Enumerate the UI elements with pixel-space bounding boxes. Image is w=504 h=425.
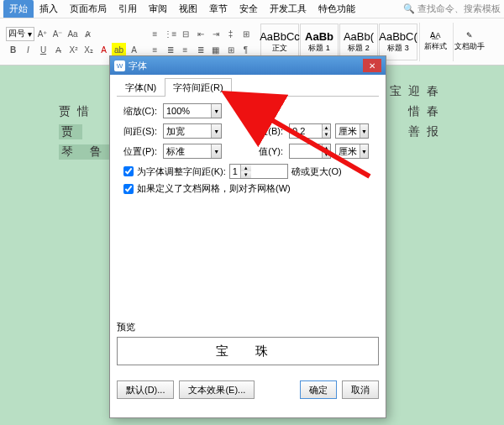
kerning-checkbox[interactable] (123, 166, 134, 176)
chevron-down-icon[interactable]: ▼ (211, 124, 221, 138)
unit2-input[interactable] (336, 144, 360, 158)
kerning-suffix: 磅或更大(O) (291, 165, 342, 178)
tab-view[interactable]: 视图 (173, 0, 203, 18)
bold-icon[interactable]: B (6, 43, 20, 57)
style-gallery: AaBbCc正文 AaBb标题 1 AaBb(标题 2 AaBbC(标题 3 (260, 24, 417, 60)
align-right-icon[interactable]: ≡ (178, 43, 192, 57)
menubar: 开始 插入 页面布局 引用 审阅 视图 章节 安全 开发工具 特色功能 🔍 查找… (0, 0, 504, 18)
linespacing-icon[interactable]: ‡ (223, 27, 238, 41)
strike-icon[interactable]: A̶ (51, 43, 66, 57)
style-normal[interactable]: AaBbCc正文 (260, 24, 299, 60)
dialog-icon: W (114, 60, 125, 71)
subscript-icon[interactable]: X₂ (81, 43, 96, 57)
italic-icon[interactable]: I (21, 43, 35, 57)
fontcolor-icon[interactable]: A (97, 43, 111, 57)
assistant-icon: ✎ (466, 31, 473, 39)
newstyle-button[interactable]: A͟A新样式 (419, 23, 451, 61)
spin-down-icon[interactable]: ▼ (323, 151, 330, 158)
selected-text: 琴 鲁 (59, 144, 111, 160)
charshade-icon[interactable]: A (127, 43, 141, 57)
numbering-icon[interactable]: ⋮≡ (163, 27, 177, 41)
spin-up-icon[interactable]: ▲ (323, 124, 330, 131)
dialog-title: 字体 (129, 60, 147, 72)
scale-combo[interactable]: ▼ (163, 103, 222, 118)
kerning-input[interactable] (230, 166, 240, 176)
spacing-input[interactable] (164, 124, 211, 138)
style-h2[interactable]: AaBb(标题 2 (339, 24, 378, 60)
clear-format-icon[interactable]: A̷ (81, 27, 95, 41)
ok-button[interactable]: 确定 (300, 380, 337, 399)
tab-review[interactable]: 审阅 (143, 0, 173, 18)
superscript-icon[interactable]: X² (66, 43, 81, 57)
assistant-button[interactable]: ✎文档助手 (453, 23, 485, 61)
spin-down-icon[interactable]: ▼ (323, 131, 330, 138)
position-label: 位置(P): (117, 145, 159, 158)
chevron-down-icon[interactable]: ▼ (211, 144, 221, 158)
kerning-label: 为字体调整字间距(K): (137, 165, 226, 178)
scale-label: 缩放(C): (117, 105, 159, 118)
paramark-icon[interactable]: ¶ (239, 43, 253, 57)
spacing-combo[interactable]: ▼ (163, 123, 222, 139)
cancel-button[interactable]: 取消 (342, 380, 379, 399)
indent-inc-icon[interactable]: ⇥ (208, 27, 223, 41)
grow-font-icon[interactable]: A⁺ (35, 27, 50, 41)
fontsize-combo[interactable]: 四号▾ (6, 27, 34, 41)
spacing-label: 间距(S): (117, 125, 159, 138)
valb-spinner[interactable]: ▲▼ (289, 123, 331, 139)
style-h3[interactable]: AaBbC(标题 3 (379, 24, 417, 60)
position-combo[interactable]: ▼ (163, 144, 222, 159)
spin-up-icon[interactable]: ▲ (241, 165, 251, 171)
font-dialog: W 字体 ✕ 字体(N) 字符间距(R) 缩放(C): ▼ 间距(S): ▼ 值… (109, 55, 386, 418)
spin-down-icon[interactable]: ▼ (241, 171, 251, 178)
change-case-icon[interactable]: Aa (66, 27, 80, 41)
chevron-down-icon[interactable]: ▼ (360, 124, 368, 138)
kerning-spinner[interactable]: ▲▼ (229, 164, 288, 179)
chevron-down-icon[interactable]: ▼ (360, 144, 368, 158)
tabstop-icon[interactable]: ⊞ (239, 27, 253, 41)
snapgrid-label: 如果定义了文档网格，则对齐网格(W) (137, 182, 291, 195)
bullets-icon[interactable]: ≡ (148, 27, 162, 41)
search-box[interactable]: 🔍 查找命令、搜索模板 (403, 3, 501, 15)
snapgrid-checkbox[interactable] (123, 184, 134, 194)
multilevel-icon[interactable]: ⊟ (178, 27, 192, 41)
indent-dec-icon[interactable]: ⇤ (193, 27, 207, 41)
unit2-combo[interactable]: ▼ (335, 144, 369, 159)
valy-label: 值(Y): (251, 145, 285, 158)
border-icon[interactable]: ⊞ (223, 43, 238, 57)
valy-input[interactable] (290, 144, 322, 158)
tab-font[interactable]: 字体(N) (117, 78, 165, 97)
texteffects-button[interactable]: 文本效果(E)... (179, 380, 255, 399)
scale-input[interactable] (164, 104, 211, 118)
newstyle-icon: A͟A (430, 31, 440, 39)
chevron-down-icon[interactable]: ▼ (211, 104, 221, 118)
tab-section[interactable]: 章节 (203, 0, 234, 18)
tab-layout[interactable]: 页面布局 (64, 0, 113, 18)
valy-spinner[interactable]: ▲▼ (289, 144, 331, 159)
shading-icon[interactable]: ▦ (208, 43, 223, 57)
align-left-icon[interactable]: ≡ (148, 43, 162, 57)
default-button[interactable]: 默认(D)... (117, 380, 174, 399)
tab-special[interactable]: 特色功能 (312, 0, 361, 18)
align-justify-icon[interactable]: ≣ (193, 43, 207, 57)
shrink-font-icon[interactable]: A⁻ (50, 27, 65, 41)
spin-up-icon[interactable]: ▲ (323, 144, 330, 151)
text: 贾惜 (59, 104, 96, 118)
unit-input[interactable] (336, 124, 360, 138)
text: 迎春 (408, 84, 445, 99)
align-center-icon[interactable]: ≣ (163, 43, 177, 57)
tab-reference[interactable]: 引用 (113, 0, 143, 18)
unit-combo[interactable]: ▼ (335, 123, 369, 139)
underline-icon[interactable]: U (36, 43, 50, 57)
close-button[interactable]: ✕ (363, 59, 381, 72)
tab-security[interactable]: 安全 (234, 0, 264, 18)
highlight-icon[interactable]: ab (112, 43, 126, 57)
text: 惜春 (408, 104, 445, 119)
tab-dev[interactable]: 开发工具 (264, 0, 312, 18)
valb-input[interactable] (290, 124, 322, 138)
position-input[interactable] (164, 144, 211, 158)
dialog-titlebar[interactable]: W 字体 ✕ (110, 56, 386, 75)
tab-insert[interactable]: 插入 (34, 0, 64, 18)
style-h1[interactable]: AaBb标题 1 (300, 24, 339, 60)
tab-spacing[interactable]: 字符间距(R) (165, 78, 231, 97)
tab-home[interactable]: 开始 (3, 0, 34, 18)
